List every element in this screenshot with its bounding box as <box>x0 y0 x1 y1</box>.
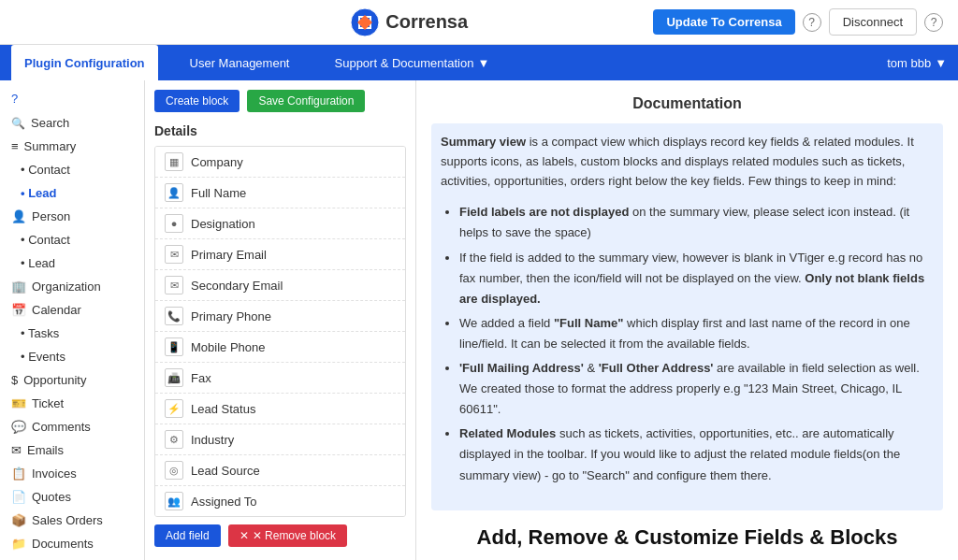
sidebar-section-person[interactable]: 👤 Person <box>0 205 144 228</box>
nav-tab-user-management[interactable]: User Management <box>177 49 303 78</box>
industry-icon: ⚙ <box>165 430 183 449</box>
sidebar-item-sales-orders[interactable]: 📦 Sales Orders <box>0 509 144 532</box>
primary-phone-icon: 📞 <box>165 307 183 325</box>
remove-block-button-details[interactable]: ✕ ✕ Remove block <box>228 524 347 547</box>
field-primary-phone[interactable]: 📞 Primary Phone <box>155 301 405 332</box>
doc-bullet-4: 'Full Mailing Address' & 'Full Other Add… <box>459 358 934 420</box>
help-icon-2[interactable]: ? <box>924 13 943 32</box>
right-panel: Documentation Summary view is a compact … <box>416 80 958 560</box>
nav-tab-support[interactable]: Support & Documentation ▼ <box>322 49 503 78</box>
logo-text: Corrensa <box>385 11 468 33</box>
quotes-icon: 📄 <box>11 490 26 504</box>
sidebar-item-quotes[interactable]: 📄 Quotes <box>0 485 144 509</box>
details-block: Details ▦ Company 👤 Full Name ● Designat… <box>154 123 406 547</box>
sidebar-item-documents[interactable]: 📁 Documents <box>0 532 144 555</box>
create-block-button[interactable]: Create block <box>154 90 240 112</box>
sidebar-section-calendar[interactable]: 📅 Calendar <box>0 298 144 322</box>
sidebar-item-events[interactable]: • Events <box>0 345 144 368</box>
lead-status-icon: ⚡ <box>165 399 183 418</box>
comments-icon: 💬 <box>11 420 26 434</box>
sidebar-item-opportunity[interactable]: $ Opportunity <box>0 368 144 392</box>
logo: Corrensa <box>350 7 468 37</box>
sidebar-item-ticket[interactable]: 🎫 Ticket <box>0 392 144 415</box>
doc-bullet-5: Related Modules such as tickets, activit… <box>459 424 934 485</box>
sidebar-item-emails[interactable]: ✉ Emails <box>0 438 144 462</box>
sidebar-item-comments[interactable]: 💬 Comments <box>0 415 144 438</box>
doc-title: Documentation <box>431 95 943 112</box>
doc-bullet-3: We added a field "Full Name" which displ… <box>459 313 934 354</box>
nav-bar: Plugin Configuration User Management Sup… <box>0 45 958 80</box>
field-full-name[interactable]: 👤 Full Name <box>155 178 405 208</box>
summary-icon: ≡ <box>11 139 19 153</box>
left-panel: Create block Save Configuration Details … <box>145 80 416 560</box>
sidebar-item-person-lead[interactable]: • Lead <box>0 251 144 275</box>
field-assigned-to[interactable]: 👥 Assigned To <box>155 486 405 516</box>
sidebar-section-summary[interactable]: ≡ Summary <box>0 135 144 158</box>
search-icon: 🔍 <box>11 117 25 130</box>
field-secondary-email[interactable]: ✉ Secondary Email <box>155 270 405 301</box>
sidebar-item-summary-contact[interactable]: • Contact <box>0 158 144 181</box>
doc-bullets: Field labels are not displayed on the su… <box>441 202 934 485</box>
fullname-icon: 👤 <box>165 183 183 202</box>
sidebar-item-summary-lead[interactable]: • Lead <box>0 181 144 205</box>
disconnect-button[interactable]: Disconnect <box>829 8 917 36</box>
details-field-list: ▦ Company 👤 Full Name ● Designation ✉ Pr… <box>154 146 406 517</box>
sidebar-item-invoices[interactable]: 📋 Invoices <box>0 462 144 485</box>
sidebar-item-tasks[interactable]: • Tasks <box>0 322 144 345</box>
doc-bullet-2: If the field is added to the summary vie… <box>459 248 934 309</box>
invoices-icon: 📋 <box>11 467 26 481</box>
opportunity-icon: $ <box>11 373 18 387</box>
field-lead-source[interactable]: ◎ Lead Source <box>155 455 405 486</box>
sidebar-section-organization[interactable]: 🏢 Organization <box>0 275 144 298</box>
doc-intro-section: Summary view is a compact view which dis… <box>431 123 943 510</box>
mobile-phone-icon: 📱 <box>165 337 183 356</box>
nav-tab-plugin-config[interactable]: Plugin Configuration <box>11 45 158 80</box>
fax-icon: 📠 <box>165 368 183 387</box>
field-company[interactable]: ▦ Company <box>155 147 405 178</box>
calendar-icon: 📅 <box>11 303 26 317</box>
field-designation[interactable]: ● Designation <box>155 208 405 239</box>
emails-icon: ✉ <box>11 443 22 457</box>
top-bar: Corrensa Update To Corrensa ? Disconnect… <box>0 0 958 45</box>
primary-email-icon: ✉ <box>165 245 183 264</box>
sidebar-item-updates[interactable]: 🔄 Updates <box>0 555 144 560</box>
doc-intro: Summary view is a compact view which dis… <box>441 133 934 191</box>
field-fax[interactable]: 📠 Fax <box>155 363 405 394</box>
person-icon: 👤 <box>11 209 26 223</box>
sidebar-help[interactable]: ? <box>0 86 144 111</box>
field-industry[interactable]: ⚙ Industry <box>155 424 405 455</box>
logo-icon <box>350 7 380 37</box>
company-icon: ▦ <box>165 152 183 171</box>
save-config-button[interactable]: Save Configuration <box>247 90 365 112</box>
details-block-title: Details <box>154 123 406 138</box>
field-primary-email[interactable]: ✉ Primary Email <box>155 239 405 270</box>
lead-source-icon: ◎ <box>165 461 183 480</box>
nav-user[interactable]: tom bbb ▼ <box>887 56 947 70</box>
top-bar-actions: Update To Corrensa ? Disconnect ? <box>653 8 943 36</box>
assigned-to-icon: 👥 <box>165 492 183 510</box>
nav-bar-left: Plugin Configuration User Management Sup… <box>11 45 502 80</box>
details-block-actions: Add field ✕ ✕ Remove block <box>154 524 406 547</box>
doc-bullet-1: Field labels are not displayed on the su… <box>459 202 934 243</box>
content-area: Create block Save Configuration Details … <box>145 80 958 560</box>
documents-icon: 📁 <box>11 537 26 551</box>
sales-orders-icon: 📦 <box>11 513 26 527</box>
doc-big-title: Add, Remove & Customize Fields & Blocks <box>431 525 943 550</box>
sidebar-item-search[interactable]: 🔍 Search <box>0 111 144 135</box>
main-layout: ? 🔍 Search ≡ Summary • Contact • Lead 👤 … <box>0 80 958 560</box>
secondary-email-icon: ✉ <box>165 276 183 294</box>
field-lead-status[interactable]: ⚡ Lead Status <box>155 394 405 424</box>
update-button[interactable]: Update To Corrensa <box>653 9 794 35</box>
help-icon-1[interactable]: ? <box>803 13 821 32</box>
org-icon: 🏢 <box>11 280 26 294</box>
panel-toolbar: Create block Save Configuration <box>154 90 406 112</box>
ticket-icon: 🎫 <box>11 396 26 410</box>
add-field-button-details[interactable]: Add field <box>154 524 221 547</box>
field-mobile-phone[interactable]: 📱 Mobile Phone <box>155 332 405 363</box>
designation-icon: ● <box>165 214 183 233</box>
sidebar: ? 🔍 Search ≡ Summary • Contact • Lead 👤 … <box>0 80 145 560</box>
sidebar-item-person-contact[interactable]: • Contact <box>0 228 144 251</box>
